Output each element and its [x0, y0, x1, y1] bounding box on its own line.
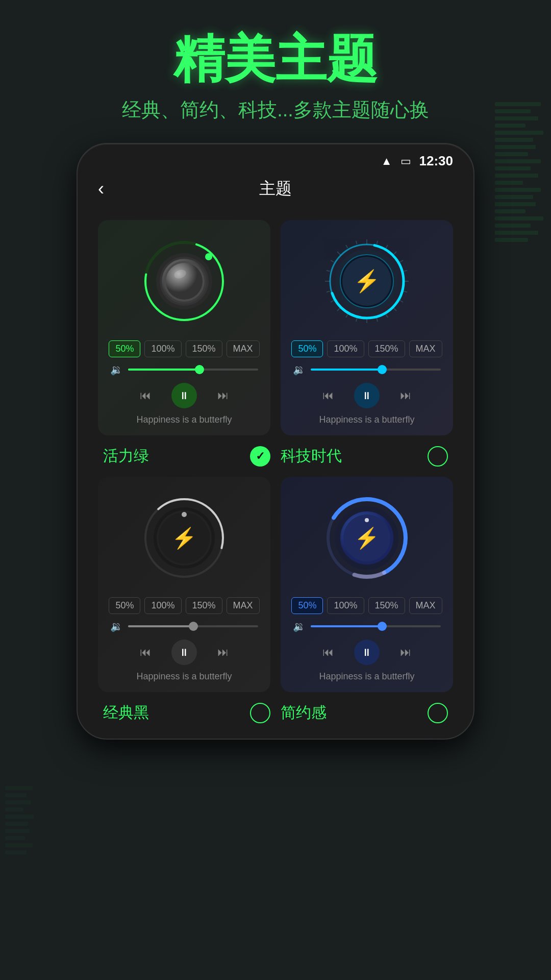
song-title-gray: Happiness is a butterfly	[108, 671, 260, 682]
svg-point-7	[166, 263, 203, 300]
slider-fill-gray	[128, 625, 193, 627]
slider-fill-green	[128, 369, 199, 371]
play-btn-gray[interactable]: ⏸	[171, 640, 197, 665]
slider-track-green[interactable]	[128, 369, 258, 371]
phone-mockup: ▲ ▭ 12:30 ‹ 主题	[77, 143, 474, 740]
volume-row-blue: 🔉	[291, 620, 443, 632]
svg-text:⚡: ⚡	[171, 526, 197, 550]
song-title-blue: Happiness is a butterfly	[291, 671, 443, 682]
bg-lines-right	[490, 0, 551, 980]
svg-line-13	[400, 260, 403, 262]
sub-title: 经典、简约、科技...多款主题随心换	[20, 97, 531, 123]
svg-line-11	[386, 245, 388, 248]
theme-name-green: 活力绿	[103, 446, 149, 467]
knob-area-blue: ⚡	[291, 487, 443, 589]
knob-area-cyan: ⚡	[291, 230, 443, 332]
volume-icon-green: 🔉	[110, 363, 123, 376]
svg-text:⚡: ⚡	[354, 526, 380, 550]
pct-150-cyan[interactable]: 150%	[368, 340, 405, 357]
pct-buttons-blue: 50% 100% 150% MAX	[291, 597, 443, 614]
slider-thumb-cyan	[378, 365, 387, 374]
svg-line-25	[331, 301, 334, 303]
pct-150-gray[interactable]: 150%	[186, 597, 222, 614]
status-bar: ▲ ▭ 12:30	[78, 144, 473, 173]
theme-label-cyan[interactable]: 科技时代	[276, 446, 453, 467]
slider-thumb-blue	[378, 622, 387, 631]
signal-icon: ▲	[381, 155, 392, 168]
slider-track-blue[interactable]	[311, 625, 441, 627]
pct-100-cyan[interactable]: 100%	[327, 340, 364, 357]
pct-buttons-gray: 50% 100% 150% MAX	[108, 597, 260, 614]
power-button	[473, 246, 474, 287]
page-title: 主题	[259, 178, 292, 200]
pct-max-blue[interactable]: MAX	[409, 597, 442, 614]
theme-card-cyan[interactable]: ⚡ 50% 100% 150% MAX 🔉 ⏮	[281, 220, 453, 435]
bg-lines-left	[0, 776, 41, 980]
themes-grid: 50% 100% 150% MAX 🔉 ⏮ ⏸ ⏭ Happiness is	[78, 210, 473, 446]
theme-name-cyan: 科技时代	[281, 446, 342, 467]
volume-row-cyan: 🔉	[291, 363, 443, 376]
pct-150-blue[interactable]: 150%	[368, 597, 405, 614]
svg-point-54	[365, 518, 369, 522]
next-btn-gray[interactable]: ⏭	[217, 646, 229, 659]
play-btn-blue[interactable]: ⏸	[354, 640, 380, 665]
select-circle-cyan	[428, 446, 448, 467]
song-title-cyan: Happiness is a butterfly	[291, 414, 443, 425]
pct-50-gray[interactable]: 50%	[109, 597, 140, 614]
volume-icon-gray: 🔉	[110, 620, 123, 632]
prev-btn-gray[interactable]: ⏮	[140, 646, 151, 659]
theme-card-gray[interactable]: ⚡ 50% 100% 150% MAX 🔉 ⏮	[98, 477, 270, 692]
pct-50-blue[interactable]: 50%	[291, 597, 323, 614]
svg-line-29	[331, 260, 334, 262]
theme-label-green[interactable]: 活力绿 ✓	[98, 446, 276, 467]
theme-card-green[interactable]: 50% 100% 150% MAX 🔉 ⏮ ⏸ ⏭ Happiness is	[98, 220, 270, 435]
transport-gray: ⏮ ⏸ ⏭	[108, 640, 260, 665]
theme-label-gray[interactable]: 经典黑	[98, 702, 276, 723]
theme-name-blue: 简约感	[281, 702, 327, 723]
pause-icon-gray: ⏸	[179, 647, 189, 658]
next-btn-cyan[interactable]: ⏭	[400, 389, 411, 402]
pct-max-green[interactable]: MAX	[227, 340, 260, 357]
transport-cyan: ⏮ ⏸ ⏭	[291, 383, 443, 408]
back-button[interactable]: ‹	[98, 178, 104, 200]
pct-150-green[interactable]: 150%	[186, 340, 222, 357]
play-btn-green[interactable]: ⏸	[171, 383, 197, 408]
pct-50-green[interactable]: 50%	[109, 340, 140, 357]
slider-thumb-green	[195, 365, 204, 374]
svg-line-20	[377, 318, 378, 322]
main-title: 精美主题	[20, 31, 531, 87]
svg-text:⚡: ⚡	[354, 268, 381, 294]
next-btn-green[interactable]: ⏭	[217, 389, 229, 402]
play-btn-cyan[interactable]: ⏸	[354, 383, 380, 408]
theme-label-blue[interactable]: 简约感	[276, 702, 453, 723]
selected-check-green: ✓	[250, 446, 270, 467]
pct-buttons-cyan: 50% 100% 150% MAX	[291, 340, 443, 357]
volume-row-gray: 🔉	[108, 620, 260, 632]
slider-thumb-gray	[189, 622, 198, 631]
pct-max-gray[interactable]: MAX	[227, 597, 260, 614]
pct-100-gray[interactable]: 100%	[144, 597, 181, 614]
prev-btn-cyan[interactable]: ⏮	[322, 389, 334, 402]
svg-line-26	[327, 291, 330, 292]
clock: 12:30	[419, 153, 454, 169]
svg-line-22	[356, 318, 357, 322]
pct-50-cyan[interactable]: 50%	[291, 340, 323, 357]
pct-max-cyan[interactable]: MAX	[409, 340, 442, 357]
svg-line-10	[377, 241, 378, 244]
pct-buttons-green: 50% 100% 150% MAX	[108, 340, 260, 357]
next-btn-blue[interactable]: ⏭	[400, 646, 411, 659]
slider-track-cyan[interactable]	[311, 369, 441, 371]
pct-100-blue[interactable]: 100%	[327, 597, 364, 614]
slider-track-gray[interactable]	[128, 625, 258, 627]
pct-100-green[interactable]: 100%	[144, 340, 181, 357]
svg-point-46	[182, 512, 187, 517]
slider-fill-cyan	[311, 369, 382, 371]
prev-btn-blue[interactable]: ⏮	[322, 646, 334, 659]
svg-line-31	[346, 245, 348, 248]
svg-point-2	[205, 253, 212, 260]
knob-area-green	[108, 230, 260, 332]
svg-line-23	[346, 314, 348, 317]
prev-btn-green[interactable]: ⏮	[140, 389, 151, 402]
theme-card-blue[interactable]: ⚡ 50% 100% 150% MAX 🔉 ⏮	[281, 477, 453, 692]
volume-icon-cyan: 🔉	[293, 363, 306, 376]
